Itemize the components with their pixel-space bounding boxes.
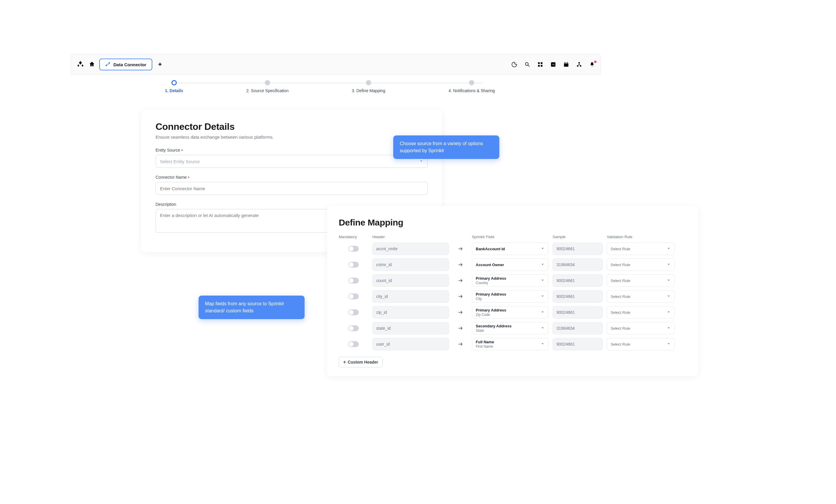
- add-tab-icon[interactable]: +: [156, 61, 164, 68]
- header-input[interactable]: state_id: [372, 322, 449, 334]
- chevron-down-icon: [419, 159, 423, 164]
- calendar-icon[interactable]: [563, 61, 569, 68]
- arrow-right-icon: [453, 294, 468, 299]
- search-icon[interactable]: [524, 61, 531, 68]
- notification-badge: [593, 60, 597, 63]
- mapping-row: count_idPrimary AddressCountry90024661Se…: [339, 274, 686, 287]
- sprinklr-field-select[interactable]: Primary AddressCountry: [472, 274, 549, 287]
- validation-rule-select[interactable]: Select Rule: [607, 258, 674, 271]
- bell-icon[interactable]: [589, 61, 595, 68]
- svg-rect-10: [564, 63, 569, 64]
- entity-source-select[interactable]: Select Entity Source: [155, 155, 428, 168]
- arrow-right-icon: [453, 342, 468, 347]
- svg-rect-8: [551, 62, 555, 67]
- validation-rule-select[interactable]: Select Rule: [607, 274, 674, 287]
- mandatory-toggle[interactable]: [348, 341, 359, 347]
- chevron-down-icon: [540, 310, 545, 315]
- home-icon[interactable]: [89, 61, 95, 68]
- sample-value: 90024661: [553, 290, 603, 303]
- connector-name-input[interactable]: [155, 182, 428, 195]
- validation-rule-select[interactable]: Select Rule: [607, 338, 674, 350]
- top-bar: Data Connector +: [71, 54, 601, 75]
- hierarchy-icon[interactable]: [576, 61, 582, 68]
- moon-sparkle-icon[interactable]: [511, 61, 517, 68]
- mapping-row: cstmr_idAccount Owner31984634Select Rule: [339, 258, 686, 271]
- mapping-row: accnt_nmbrBankAccount Id90024661Select R…: [339, 243, 686, 255]
- header-input[interactable]: user_id: [372, 338, 449, 350]
- validation-rule-select[interactable]: Select Rule: [607, 306, 674, 318]
- svg-line-3: [528, 65, 530, 67]
- chevron-down-icon: [540, 342, 545, 347]
- svg-rect-6: [538, 65, 540, 67]
- sprinklr-logo-icon: [76, 60, 84, 69]
- sprinklr-field-select[interactable]: Secondary AddressState: [472, 322, 549, 334]
- apps-grid-icon[interactable]: [537, 61, 544, 68]
- header-input[interactable]: city_id: [372, 290, 449, 303]
- chevron-down-icon: [667, 294, 671, 299]
- entity-source-label: Entity Source•: [155, 148, 428, 153]
- sprinklr-field-select[interactable]: Account Owner: [472, 258, 549, 271]
- mandatory-toggle[interactable]: [348, 293, 359, 299]
- sample-value: 90024661: [553, 274, 603, 287]
- compose-icon[interactable]: [550, 61, 556, 68]
- col-validation: Validation Rule: [607, 235, 674, 239]
- step-source-specification[interactable]: 2. Source Specification: [246, 80, 288, 93]
- step-details[interactable]: 1. Details: [165, 80, 183, 93]
- header-input[interactable]: cstmr_id: [372, 258, 449, 271]
- active-tab[interactable]: Data Connector: [99, 59, 152, 70]
- col-sample: Sample: [553, 235, 603, 239]
- svg-rect-4: [538, 62, 540, 64]
- page-subtitle: Ensure seamless data exchange between va…: [155, 135, 428, 139]
- mandatory-toggle[interactable]: [348, 325, 359, 331]
- mandatory-toggle[interactable]: [348, 278, 359, 284]
- validation-rule-select[interactable]: Select Rule: [607, 243, 674, 255]
- mapping-title: Define Mapping: [339, 217, 686, 228]
- mapping-row: user_idFull NameFirst Name90024661Select…: [339, 338, 686, 350]
- sample-value: 90024661: [553, 243, 603, 255]
- mapping-row: zip_idPrimary AddressZip Code90024661Sel…: [339, 306, 686, 318]
- header-input[interactable]: accnt_nmbr: [372, 243, 449, 255]
- connector-icon: [105, 61, 111, 68]
- sample-value: 90024661: [553, 338, 603, 350]
- step-notifications-sharing[interactable]: 4. Notifications & Sharing: [449, 80, 495, 93]
- stepper-line: [177, 83, 483, 83]
- tab-label: Data Connector: [113, 62, 147, 67]
- chevron-down-icon: [540, 294, 545, 299]
- chevron-down-icon: [540, 326, 545, 331]
- sprinklr-field-select[interactable]: Primary AddressZip Code: [472, 306, 549, 318]
- tooltip-mapping: Map fields from any source to Sprinklr s…: [198, 295, 305, 319]
- sprinklr-field-select[interactable]: Primary AddressCity: [472, 290, 549, 303]
- header-input[interactable]: zip_id: [372, 306, 449, 318]
- chevron-down-icon: [667, 247, 671, 251]
- step-circle-icon: [265, 80, 270, 85]
- sprinklr-field-select[interactable]: Full NameFirst Name: [472, 338, 549, 350]
- sprinklr-field-select[interactable]: BankAccount Id: [472, 243, 549, 255]
- sample-value: 31984634: [553, 322, 603, 334]
- chevron-down-icon: [540, 262, 545, 267]
- step-circle-icon: [171, 80, 177, 85]
- mandatory-toggle[interactable]: [348, 309, 359, 315]
- mandatory-toggle[interactable]: [348, 246, 359, 252]
- validation-rule-select[interactable]: Select Rule: [607, 322, 674, 334]
- tooltip-source: Choose source from a variety of options …: [393, 135, 499, 159]
- svg-rect-5: [541, 62, 543, 64]
- header-input[interactable]: count_id: [372, 274, 449, 287]
- sample-value: 90024661: [553, 306, 603, 318]
- chevron-down-icon: [667, 262, 671, 267]
- step-define-mapping[interactable]: 3. Define Mapping: [352, 80, 385, 93]
- col-header: Header: [372, 235, 449, 239]
- arrow-right-icon: [453, 246, 468, 251]
- svg-point-13: [578, 62, 580, 63]
- arrow-right-icon: [453, 326, 468, 331]
- chevron-down-icon: [667, 310, 671, 315]
- svg-point-2: [525, 62, 528, 65]
- mandatory-toggle[interactable]: [348, 262, 359, 268]
- connector-name-label: Connector Name•: [155, 175, 428, 179]
- step-circle-icon: [469, 80, 474, 85]
- arrow-right-icon: [453, 310, 468, 315]
- mapping-row: state_idSecondary AddressState31984634Se…: [339, 322, 686, 334]
- arrow-right-icon: [453, 262, 468, 267]
- custom-header-button[interactable]: + Custom Header: [339, 357, 383, 367]
- validation-rule-select[interactable]: Select Rule: [607, 290, 674, 303]
- chevron-down-icon: [540, 278, 545, 283]
